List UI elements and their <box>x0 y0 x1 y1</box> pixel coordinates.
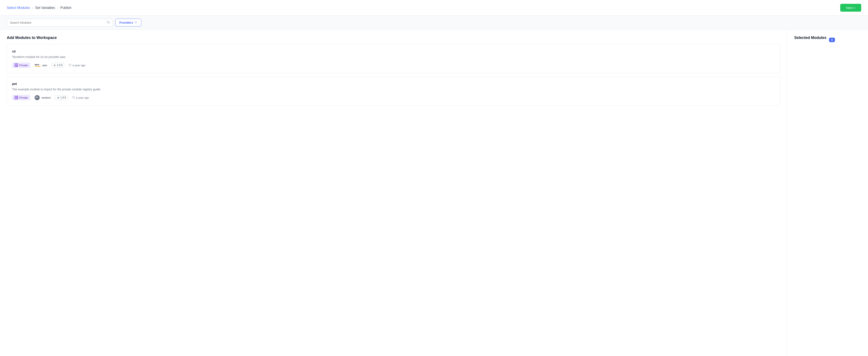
chevron-down-icon <box>134 21 137 24</box>
module-name-s3: s3 <box>12 49 775 53</box>
time-label-s3: a year ago <box>72 64 85 67</box>
provider-tag-s3: aws aws <box>35 64 47 67</box>
providers-label: Providers <box>119 21 133 24</box>
private-label-pet: Private <box>19 96 28 99</box>
breadcrumb: Select Modules › Set Variables › Publish <box>7 6 71 10</box>
random-provider-icon <box>35 95 40 100</box>
right-panel: Selected Modules 0 <box>787 30 868 356</box>
time-tag-s3: a year ago <box>68 64 85 67</box>
version-v-icon-pet: v <box>57 96 60 99</box>
module-meta-pet: Private random v 1.0 <box>12 95 775 100</box>
private-badge-s3: Private <box>12 63 30 68</box>
module-meta-s3: Private aws aws v 1.0 <box>12 63 775 68</box>
module-card-s3[interactable]: s3 Terraform module for s3 on provider a… <box>7 44 780 73</box>
provider-tag-pet: random <box>35 95 51 100</box>
selected-modules-header: Selected Modules 0 <box>794 36 861 44</box>
providers-button[interactable]: Providers <box>115 19 141 27</box>
breadcrumb-sep2: › <box>57 6 58 9</box>
grid-icon-s3 <box>14 64 18 67</box>
version-tag-pet: v 1.0.0 <box>55 95 68 100</box>
search-input[interactable] <box>7 19 113 27</box>
breadcrumb-step1[interactable]: Select Modules <box>7 6 30 10</box>
module-desc-pet: The example module to import for the pri… <box>12 87 775 91</box>
left-panel: Add Modules to Workspace s3 Terraform mo… <box>0 30 787 356</box>
selected-count-badge: 0 <box>829 38 835 42</box>
random-label: random <box>41 96 51 99</box>
module-name-pet: pet <box>12 82 775 85</box>
aws-logo: aws aws <box>35 64 47 67</box>
search-input-wrapper <box>7 19 113 27</box>
version-number-pet: 1.0.0 <box>60 96 66 99</box>
breadcrumb-sep1: › <box>32 6 33 9</box>
version-v-icon-s3: v <box>53 64 56 67</box>
svg-point-3 <box>37 97 37 97</box>
version-tag-s3: v 1.0.0 <box>52 63 64 68</box>
right-panel-title: Selected Modules <box>794 36 827 40</box>
private-label-s3: Private <box>19 64 28 67</box>
breadcrumb-step2: Set Variables <box>35 6 55 10</box>
grid-icon-pet <box>14 96 18 99</box>
module-card-pet[interactable]: pet The example module to import for the… <box>7 77 780 106</box>
left-panel-title: Add Modules to Workspace <box>7 36 780 40</box>
time-tag-pet: a year ago <box>72 96 89 100</box>
private-badge-pet: Private <box>12 95 30 100</box>
breadcrumb-step3: Publish <box>60 6 71 10</box>
next-button[interactable]: Next » <box>840 4 861 12</box>
search-icon <box>107 21 110 25</box>
module-desc-s3: Terraform module for s3 on provider aws. <box>12 55 775 59</box>
time-label-pet: a year ago <box>76 96 89 99</box>
version-number-s3: 1.0.0 <box>57 64 63 67</box>
main-content: Add Modules to Workspace s3 Terraform mo… <box>0 30 868 356</box>
clock-icon-pet <box>72 96 75 100</box>
header: Select Modules › Set Variables › Publish… <box>0 0 868 16</box>
clock-icon-s3 <box>68 64 71 67</box>
search-bar: Providers <box>0 16 868 30</box>
svg-line-1 <box>109 23 110 24</box>
